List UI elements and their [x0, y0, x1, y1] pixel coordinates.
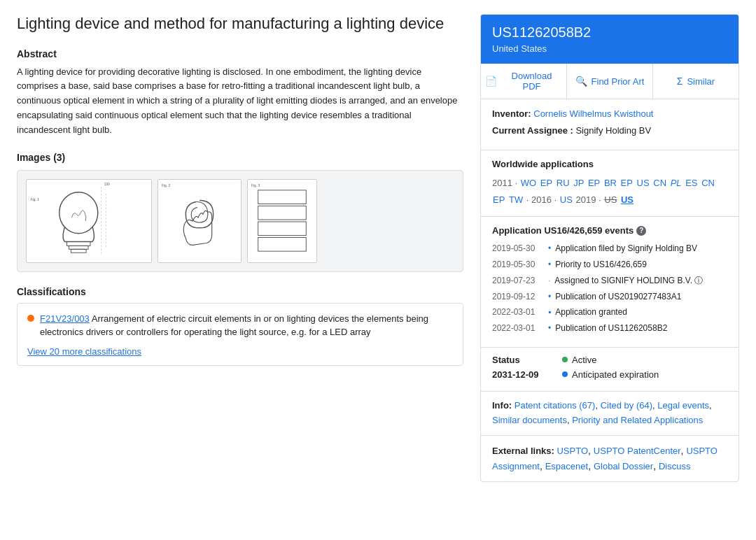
event-row-5: 2022-03-01 • Publication of US11262058B2 — [492, 322, 727, 334]
ww-link-WO[interactable]: WO — [521, 178, 536, 188]
search-icon: 🔍 — [575, 76, 587, 87]
event-date-4: 2022-03-01 — [492, 306, 548, 318]
ww-link-TW[interactable]: TW — [509, 194, 523, 205]
external-link-uspto-patentcenter[interactable]: USPTO PatentCenter — [594, 446, 681, 456]
info-links: Patent citations (67), Cited by (64), Le… — [492, 400, 712, 425]
svg-text:Fig. 1: Fig. 1 — [30, 197, 39, 201]
classifications-section: Classifications F21V23/003 Arrangement o… — [17, 286, 463, 366]
event-row-3: 2019-09-12 • Publication of US2019027748… — [492, 291, 727, 303]
expiration-dot — [562, 371, 568, 377]
info-link-legal-events[interactable]: Legal events — [657, 400, 709, 411]
patent-card: US11262058B2 United States 📄 Download PD… — [480, 14, 739, 482]
info-link-priority[interactable]: Priority and Related Applications — [572, 415, 703, 425]
ww-link-CN2[interactable]: CN — [701, 178, 715, 188]
event-bullet-4: ▪ — [548, 306, 551, 318]
classification-item: F21V23/003 Arrangement of electric circu… — [27, 312, 453, 339]
ww-link-US1[interactable]: US — [637, 178, 650, 188]
external-section: External links: USPTO, USPTO PatentCente… — [481, 436, 738, 482]
info-link-cited-by[interactable]: Cited by (64) — [601, 400, 652, 411]
ww-link-RU[interactable]: RU — [556, 178, 570, 188]
help-icon[interactable]: ? — [636, 226, 646, 236]
worldwide-section: Worldwide applications 2011 · WO EP RU J… — [481, 150, 738, 217]
worldwide-heading: Worldwide applications — [492, 159, 727, 169]
event-desc-3: Publication of US20190277483A1 — [555, 291, 727, 303]
event-date-1: 2019-05-30 — [492, 259, 548, 271]
external-link-espacenet[interactable]: Espacenet — [545, 461, 588, 471]
class-code-link[interactable]: F21V23/003 — [40, 313, 90, 324]
year-2011: 2011 — [492, 178, 512, 188]
event-bullet-0: • — [548, 243, 551, 255]
year-2019: 2019 · — [576, 194, 601, 205]
worldwide-links: 2011 · WO EP RU JP EP BR EP US CN PL ES … — [492, 175, 727, 208]
ww-link-CN1[interactable]: CN — [653, 178, 666, 188]
info-row: Info: Patent citations (67), Cited by (6… — [492, 399, 727, 428]
ww-link-BR[interactable]: BR — [604, 178, 617, 188]
external-link-discuss[interactable]: Discuss — [659, 461, 691, 471]
find-prior-art-button[interactable]: 🔍 Find Prior Art — [567, 64, 653, 99]
event-bullet-1: • — [548, 259, 551, 271]
svg-text:130: 130 — [104, 182, 110, 185]
expiration-date: 2031-12-09 — [492, 369, 562, 380]
download-pdf-button[interactable]: 📄 Download PDF — [481, 64, 567, 99]
info-section: Info: Patent citations (67), Cited by (6… — [481, 392, 738, 436]
patent-image-1[interactable]: 130 Fig. 1 — [26, 179, 152, 263]
patent-country: United States — [492, 43, 727, 54]
ww-link-EP3[interactable]: EP — [621, 178, 633, 188]
external-link-global-dossier[interactable]: Global Dossier — [594, 461, 653, 471]
right-column: US11262058B2 United States 📄 Download PD… — [480, 14, 739, 482]
inventor-label: Inventor: — [492, 108, 531, 119]
patent-number: US11262058B2 — [492, 24, 727, 41]
info-link-patent-citations[interactable]: Patent citations (67) — [514, 400, 596, 411]
ww-link-EP1[interactable]: EP — [540, 178, 552, 188]
classification-dot — [27, 315, 34, 322]
event-date-2: 2019-07-23 — [492, 275, 548, 287]
status-value: Active — [572, 355, 596, 365]
ww-link-US-bold[interactable]: US — [621, 194, 634, 205]
event-date-3: 2019-09-12 — [492, 291, 548, 303]
ww-link-US-strike[interactable]: US — [604, 194, 617, 205]
images-heading: Images (3) — [17, 152, 463, 163]
class-description: Arrangement of electric circuit elements… — [40, 313, 428, 338]
inventor-link[interactable]: Cornelis Wilhelmus Kwisthout — [533, 108, 653, 119]
patent-actions-bar: 📄 Download PDF 🔍 Find Prior Art Σ Simila… — [481, 64, 738, 99]
ww-link-US2[interactable]: US — [560, 194, 573, 205]
event-row-1: 2019-05-30 • Priority to US16/426,659 — [492, 259, 727, 271]
event-date-5: 2022-03-01 — [492, 322, 548, 334]
images-section: Images (3) — [17, 152, 463, 272]
ww-link-PL[interactable]: PL — [671, 178, 682, 188]
ww-link-EP2[interactable]: EP — [588, 178, 600, 188]
event-desc-0: Application filed by Signify Holding BV — [555, 243, 727, 255]
external-link-uspto[interactable]: USPTO — [556, 446, 588, 456]
event-bullet-3: • — [548, 291, 551, 303]
ww-link-JP[interactable]: JP — [573, 178, 584, 188]
status-row: Status Active — [492, 355, 727, 365]
view-more-classifications[interactable]: View 20 more classifications — [27, 346, 141, 357]
events-section: Application US16/426,659 events ? 2019-0… — [481, 217, 738, 348]
external-links-row: External links: USPTO, USPTO PatentCente… — [492, 443, 727, 475]
similar-button[interactable]: Σ Similar — [653, 64, 738, 99]
patent-meta: Inventor: Cornelis Wilhelmus Kwisthout C… — [481, 99, 738, 150]
find-prior-art-label: Find Prior Art — [592, 76, 645, 87]
event-row-0: 2019-05-30 • Application filed by Signif… — [492, 243, 727, 255]
svg-rect-0 — [27, 180, 151, 262]
page-title: Lighting device and method for manufactu… — [17, 14, 463, 34]
similar-label: Similar — [687, 76, 715, 87]
pdf-icon: 📄 — [485, 76, 497, 87]
abstract-section: Abstract A lighting device for providing… — [17, 48, 463, 138]
ww-link-EP4[interactable]: EP — [493, 194, 505, 205]
event-desc-4: Application granted — [555, 306, 727, 318]
abstract-heading: Abstract — [17, 48, 463, 59]
info-link-similar-docs[interactable]: Similar documents — [492, 415, 567, 425]
event-row-4: 2022-03-01 ▪ Application granted — [492, 306, 727, 318]
patent-image-3[interactable]: Fig. 3 — [247, 179, 317, 263]
event-desc-2: Assigned to SIGNIFY HOLDING B.V. ⓘ — [554, 275, 727, 287]
patent-image-2[interactable]: Fig. 2 — [158, 179, 241, 263]
assignee-label: Current Assignee : — [492, 125, 573, 136]
ww-link-ES[interactable]: ES — [685, 178, 697, 188]
event-row-2: 2019-07-23 · Assigned to SIGNIFY HOLDING… — [492, 275, 727, 287]
svg-text:Fig. 3: Fig. 3 — [251, 184, 260, 187]
events-heading-text: Application US16/426,659 events — [492, 225, 634, 236]
assignee-value: Signify Holding BV — [575, 125, 651, 136]
expiration-value: Anticipated expiration — [572, 369, 659, 380]
event-date-0: 2019-05-30 — [492, 243, 548, 255]
